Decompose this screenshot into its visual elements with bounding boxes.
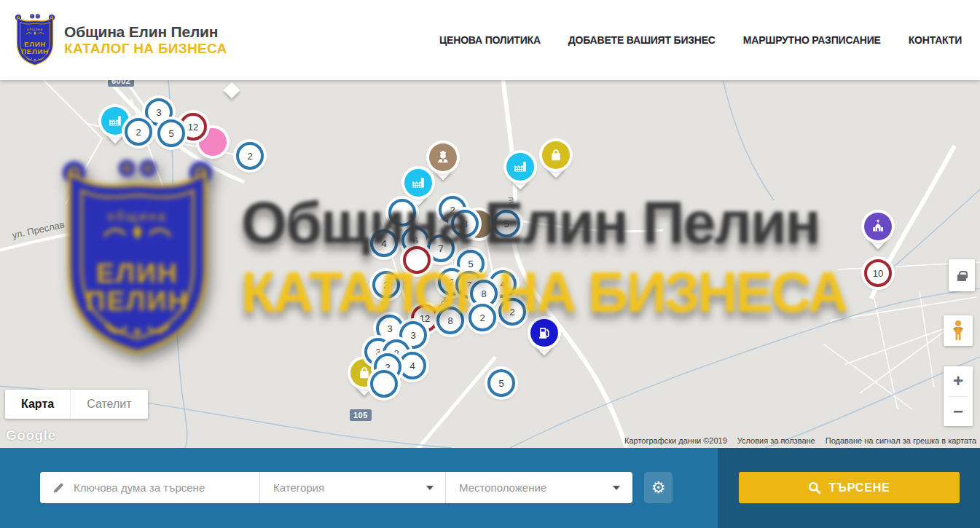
search-button-label: ТЪРСЕНЕ	[828, 481, 890, 494]
map-cluster[interactable]: 4	[399, 352, 426, 379]
terms-of-use-link[interactable]: Условия за ползване	[737, 436, 815, 445]
map-pin-church[interactable]	[864, 213, 892, 240]
lock-icon	[957, 275, 966, 281]
site-logo[interactable]: община ЕЛИН ПЕЛИН Община Елин Пелин КАТА…	[15, 13, 227, 67]
nav-item-0[interactable]: ЦЕНОВА ПОЛИТИКА	[439, 34, 541, 46]
map-pin-worker[interactable]	[429, 143, 457, 171]
keyword-search-input[interactable]	[74, 481, 259, 494]
map-cluster[interactable]: 2	[372, 271, 400, 299]
map-pin[interactable]	[218, 80, 246, 90]
lock-button[interactable]	[949, 259, 975, 291]
satellite-view-button[interactable]: Сателит	[70, 390, 147, 419]
map-cluster[interactable]: 2	[469, 304, 496, 331]
location-select-value: Местоположение	[446, 481, 613, 494]
search-icon	[808, 481, 821, 494]
municipality-coat-of-arms-icon: община ЕЛИН ПЕЛИН	[15, 13, 55, 67]
chevron-down-icon	[613, 486, 620, 490]
location-select[interactable]: Местоположение	[446, 472, 632, 503]
zoom-out-button[interactable]: −	[944, 397, 973, 427]
logo-title: Община Елин Пелин	[64, 23, 227, 41]
zoom-in-button[interactable]: +	[944, 366, 973, 396]
map-cluster[interactable]: 2	[125, 118, 152, 146]
svg-text:ЕЛИН: ЕЛИН	[24, 40, 46, 48]
pegman-icon	[950, 320, 966, 342]
search-bar: Категория Местоположение ⚙ ТЪРСЕНЕ	[0, 448, 980, 528]
report-map-error-link[interactable]: Подаване на сигнал за грешка в картата	[826, 436, 976, 445]
map-cluster[interactable]: 10	[864, 259, 892, 287]
nav-item-3[interactable]: КОНТАКТИ	[909, 34, 962, 46]
map-pin-factory[interactable]	[506, 153, 534, 181]
map-view-button[interactable]: Карта	[5, 390, 70, 419]
search-field-group: Категория Местоположение	[40, 472, 632, 503]
main-nav: ЦЕНОВА ПОЛИТИКАДОБАВЕТЕ ВАШИЯТ БИЗНЕСМАР…	[439, 34, 962, 46]
gear-icon: ⚙	[651, 478, 666, 497]
map-attribution: Картографски данни ©2019 Условия за полз…	[624, 436, 976, 445]
category-select[interactable]: Категория	[260, 472, 446, 503]
map-cluster[interactable]	[370, 370, 398, 398]
map-cluster[interactable]	[388, 199, 416, 226]
map-cluster[interactable]: 8	[436, 307, 464, 334]
nav-item-1[interactable]: ДОБАВЕТЕ ВАШИЯТ БИЗНЕС	[568, 34, 716, 46]
map-pin-fuel[interactable]	[530, 319, 558, 347]
header: община ЕЛИН ПЕЛИН Община Елин Пелин КАТА…	[0, 0, 980, 80]
chevron-down-icon	[426, 486, 434, 490]
map-cluster[interactable]: 5	[493, 210, 520, 237]
map-cluster[interactable]	[403, 246, 431, 274]
map-cluster[interactable]: 7	[427, 235, 455, 262]
road-badge: 105	[350, 409, 372, 421]
svg-text:община: община	[27, 28, 43, 31]
attribution-copyright: Картографски данни ©2019	[624, 436, 727, 445]
street-view-pegman-button[interactable]	[944, 315, 973, 346]
google-map[interactable]: 6002105 ул. Преславбул. „Новоселлци 3122…	[0, 80, 980, 448]
map-cluster[interactable]: 5	[487, 369, 515, 397]
map-cluster[interactable]: 4	[370, 229, 398, 257]
map-cluster[interactable]: 3	[451, 210, 479, 237]
map-cluster[interactable]: 5	[157, 119, 185, 147]
category-select-value: Категория	[260, 481, 426, 494]
map-type-control: Карта Сателит	[5, 390, 148, 419]
advanced-settings-button[interactable]: ⚙	[644, 472, 673, 503]
google-logo[interactable]: Google	[6, 427, 55, 444]
map-pin-factory[interactable]	[404, 169, 432, 197]
nav-item-2[interactable]: МАРШРУТНО РАЗПИСАНИЕ	[743, 34, 881, 46]
search-button[interactable]: ТЪРСЕНЕ	[739, 472, 960, 503]
map-cluster[interactable]: 2	[236, 142, 264, 170]
pencil-icon	[52, 481, 65, 494]
logo-subtitle: КАТАЛОГ НА БИЗНЕСА	[64, 41, 227, 57]
road-badge: 6002	[108, 80, 134, 87]
map-pin-bag[interactable]	[542, 141, 570, 169]
map-cluster[interactable]: 2	[498, 298, 526, 326]
svg-text:ПЕЛИН: ПЕЛИН	[21, 47, 49, 55]
zoom-control: + −	[944, 366, 973, 426]
keyword-field-cell	[40, 472, 260, 503]
